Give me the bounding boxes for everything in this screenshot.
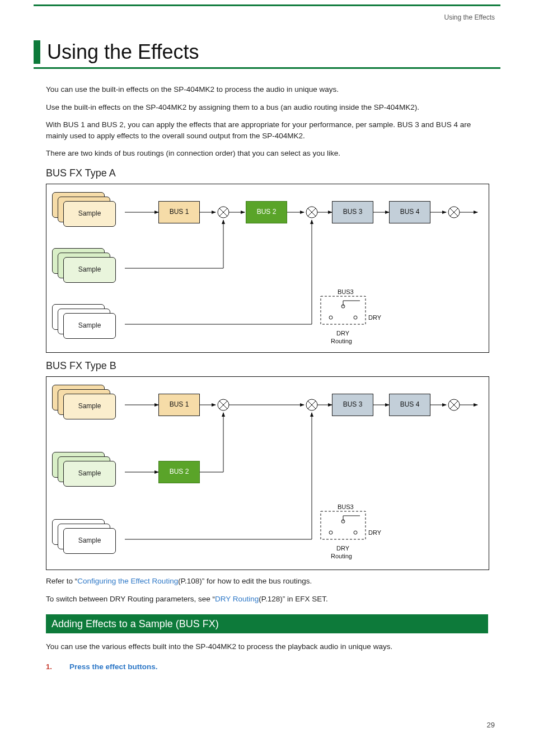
- svg-point-29: [218, 399, 229, 410]
- label-bus3tag-a: BUS3: [338, 288, 354, 295]
- intro-p3: With BUS 1 and BUS 2, you can apply the …: [46, 119, 488, 141]
- page-top-rule: [34, 4, 500, 6]
- sample-stack-b3: Sample: [52, 519, 114, 553]
- step-1: 1. Press the effect buttons.: [46, 661, 488, 673]
- section2-p1: You can use the various effects built in…: [46, 641, 488, 652]
- diagram-title-a: BUS FX Type A: [46, 166, 488, 180]
- title-underline: [34, 67, 500, 69]
- sample-stack-a3: Sample: [52, 304, 114, 338]
- svg-line-40: [450, 401, 458, 409]
- svg-point-2: [218, 207, 229, 218]
- diagram-a: BUS3 DRY DRY Routing Sample BUS 1 BUS 2 …: [46, 184, 489, 353]
- svg-line-31: [219, 401, 227, 409]
- bus3-b: BUS 3: [332, 394, 373, 416]
- svg-rect-21: [321, 296, 366, 324]
- link-dry-routing[interactable]: DRY Routing: [215, 595, 259, 603]
- intro-p4: There are two kinds of bus routings (in …: [46, 148, 488, 159]
- section-banner: Adding Effects to a Sample (BUS FX): [46, 614, 488, 633]
- label-dry-right-b: DRY: [368, 529, 382, 536]
- title-block: Using the Effects: [34, 40, 500, 69]
- svg-point-50: [329, 531, 332, 534]
- svg-line-30: [219, 401, 227, 409]
- label-dry-routing-l1-a: DRY: [336, 330, 350, 337]
- label-dry-routing-l1-b: DRY: [336, 545, 350, 552]
- svg-point-22: [341, 305, 345, 308]
- label-bus3tag-b: BUS3: [338, 503, 354, 510]
- svg-line-34: [308, 401, 316, 409]
- sample-stack-b1: Sample: [52, 385, 114, 418]
- label-dry-right-a: DRY: [368, 314, 382, 321]
- svg-line-3: [219, 208, 227, 216]
- svg-point-13: [448, 207, 460, 218]
- bus4-a: BUS 4: [389, 201, 430, 223]
- sample-stack-a1: Sample: [52, 192, 114, 226]
- bus3-a: BUS 3: [332, 201, 373, 223]
- label-dry-routing-l2-b: Routing: [331, 553, 352, 559]
- running-head: Using the Effects: [444, 13, 495, 21]
- svg-line-15: [450, 208, 458, 216]
- svg-point-24: [354, 316, 357, 319]
- svg-point-33: [306, 399, 317, 410]
- bus2-a: BUS 2: [246, 201, 287, 223]
- bus1-a: BUS 1: [158, 201, 200, 223]
- ref-line-1: Refer to “Configuring the Effect Routing…: [46, 576, 488, 587]
- svg-line-35: [308, 401, 316, 409]
- page-title: Using the Effects: [47, 40, 500, 64]
- svg-line-9: [308, 208, 316, 216]
- svg-rect-48: [321, 511, 366, 539]
- svg-point-49: [341, 520, 345, 523]
- svg-line-8: [308, 208, 316, 216]
- bus4-b: BUS 4: [389, 394, 430, 416]
- diagram-b: BUS3 DRY DRY Routing Sample BUS 1 BUS 3 …: [46, 376, 489, 570]
- svg-point-39: [448, 399, 460, 410]
- svg-point-51: [354, 531, 357, 534]
- step-text: Press the effect buttons.: [69, 661, 158, 673]
- step-number: 1.: [46, 662, 56, 673]
- svg-point-7: [306, 207, 317, 218]
- sample-stack-a2: Sample: [52, 248, 114, 282]
- label-dry-routing-l2-a: Routing: [331, 338, 352, 344]
- page-number: 29: [487, 721, 495, 729]
- intro-p2: Use the built-in effects on the SP-404MK…: [46, 102, 488, 113]
- link-config-effect-routing[interactable]: Configuring the Effect Routing: [77, 577, 178, 585]
- diagram-title-b: BUS FX Type B: [46, 358, 488, 373]
- sample-label: Sample: [78, 209, 101, 218]
- sample-stack-b2: Sample: [52, 452, 114, 486]
- svg-point-23: [329, 316, 332, 319]
- svg-line-14: [450, 208, 458, 216]
- bus2-b: BUS 2: [158, 461, 200, 483]
- intro-p1: You can use the built-in effects on the …: [46, 84, 488, 95]
- svg-line-4: [219, 208, 227, 216]
- ref-line-2: To switch between DRY Routing parameters…: [46, 594, 488, 605]
- bus1-b: BUS 1: [158, 394, 200, 416]
- svg-line-41: [450, 401, 458, 409]
